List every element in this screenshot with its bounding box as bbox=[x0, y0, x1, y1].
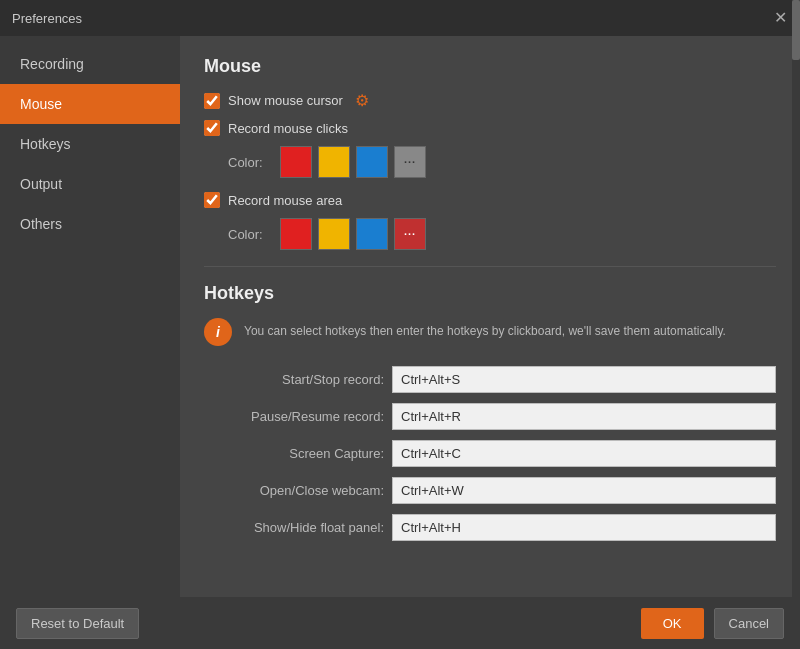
window-title: Preferences bbox=[12, 11, 82, 26]
hotkey-row-float-panel: Show/Hide float panel: bbox=[204, 514, 776, 541]
hotkey-input-webcam[interactable] bbox=[392, 477, 776, 504]
close-button[interactable]: ✕ bbox=[772, 10, 788, 26]
record-area-label: Record mouse area bbox=[228, 193, 342, 208]
content-area: Recording Mouse Hotkeys Output Others Mo… bbox=[0, 36, 800, 597]
hotkey-row-start-stop: Start/Stop record: bbox=[204, 366, 776, 393]
hotkey-label-start-stop: Start/Stop record: bbox=[204, 372, 384, 387]
record-area-row: Record mouse area bbox=[204, 192, 776, 208]
scrollbar-thumb[interactable] bbox=[792, 36, 800, 60]
gear-icon[interactable]: ⚙ bbox=[355, 91, 369, 110]
hotkeys-section-title: Hotkeys bbox=[204, 283, 776, 304]
section-divider bbox=[204, 266, 776, 267]
clicks-color-label: Color: bbox=[228, 155, 268, 170]
hotkey-label-screen-capture: Screen Capture: bbox=[204, 446, 384, 461]
hotkey-input-start-stop[interactable] bbox=[392, 366, 776, 393]
preferences-window: Preferences ✕ Recording Mouse Hotkeys Ou… bbox=[0, 0, 800, 649]
reset-to-default-button[interactable]: Reset to Default bbox=[16, 608, 139, 639]
hotkeys-section: Hotkeys i You can select hotkeys then en… bbox=[204, 283, 776, 541]
hotkey-label-webcam: Open/Close webcam: bbox=[204, 483, 384, 498]
record-clicks-row: Record mouse clicks bbox=[204, 120, 776, 136]
hotkey-label-pause-resume: Pause/Resume record: bbox=[204, 409, 384, 424]
ok-button[interactable]: OK bbox=[641, 608, 704, 639]
info-icon: i bbox=[204, 318, 232, 346]
hotkey-input-float-panel[interactable] bbox=[392, 514, 776, 541]
sidebar-item-hotkeys[interactable]: Hotkeys bbox=[0, 124, 180, 164]
cancel-button[interactable]: Cancel bbox=[714, 608, 784, 639]
sidebar-label-others: Others bbox=[20, 216, 62, 232]
show-cursor-label: Show mouse cursor bbox=[228, 93, 343, 108]
sidebar-label-hotkeys: Hotkeys bbox=[20, 136, 71, 152]
hotkey-input-pause-resume[interactable] bbox=[392, 403, 776, 430]
clicks-color-more-button[interactable]: ··· bbox=[394, 146, 426, 178]
clicks-color-swatch-blue[interactable] bbox=[356, 146, 388, 178]
sidebar-item-recording[interactable]: Recording bbox=[0, 44, 180, 84]
sidebar: Recording Mouse Hotkeys Output Others bbox=[0, 36, 180, 597]
sidebar-item-others[interactable]: Others bbox=[0, 204, 180, 244]
clicks-color-swatch-yellow[interactable] bbox=[318, 146, 350, 178]
hotkey-input-screen-capture[interactable] bbox=[392, 440, 776, 467]
hotkey-row-screen-capture: Screen Capture: bbox=[204, 440, 776, 467]
scrollbar-track bbox=[792, 36, 800, 597]
area-color-swatch-red[interactable] bbox=[280, 218, 312, 250]
record-clicks-label: Record mouse clicks bbox=[228, 121, 348, 136]
show-cursor-row: Show mouse cursor ⚙ bbox=[204, 91, 776, 110]
main-content: Mouse Show mouse cursor ⚙ Record mouse c… bbox=[180, 36, 800, 597]
sidebar-label-mouse: Mouse bbox=[20, 96, 62, 112]
sidebar-label-output: Output bbox=[20, 176, 62, 192]
clicks-color-row: Color: ··· bbox=[228, 146, 776, 178]
hotkey-row-pause-resume: Pause/Resume record: bbox=[204, 403, 776, 430]
footer: Reset to Default OK Cancel bbox=[0, 597, 800, 649]
info-text: You can select hotkeys then enter the ho… bbox=[244, 318, 726, 340]
record-area-checkbox[interactable] bbox=[204, 192, 220, 208]
show-cursor-checkbox[interactable] bbox=[204, 93, 220, 109]
footer-right-buttons: OK Cancel bbox=[641, 608, 784, 639]
mouse-section-title: Mouse bbox=[204, 56, 776, 77]
sidebar-label-recording: Recording bbox=[20, 56, 84, 72]
area-color-swatch-yellow[interactable] bbox=[318, 218, 350, 250]
sidebar-item-output[interactable]: Output bbox=[0, 164, 180, 204]
titlebar: Preferences ✕ bbox=[0, 0, 800, 36]
area-color-more-button[interactable]: ··· bbox=[394, 218, 426, 250]
area-color-label: Color: bbox=[228, 227, 268, 242]
record-clicks-checkbox[interactable] bbox=[204, 120, 220, 136]
sidebar-item-mouse[interactable]: Mouse bbox=[0, 84, 180, 124]
hotkey-row-webcam: Open/Close webcam: bbox=[204, 477, 776, 504]
area-color-swatch-blue[interactable] bbox=[356, 218, 388, 250]
clicks-color-swatch-red[interactable] bbox=[280, 146, 312, 178]
hotkey-label-float-panel: Show/Hide float panel: bbox=[204, 520, 384, 535]
info-box: i You can select hotkeys then enter the … bbox=[204, 318, 776, 346]
area-color-row: Color: ··· bbox=[228, 218, 776, 250]
